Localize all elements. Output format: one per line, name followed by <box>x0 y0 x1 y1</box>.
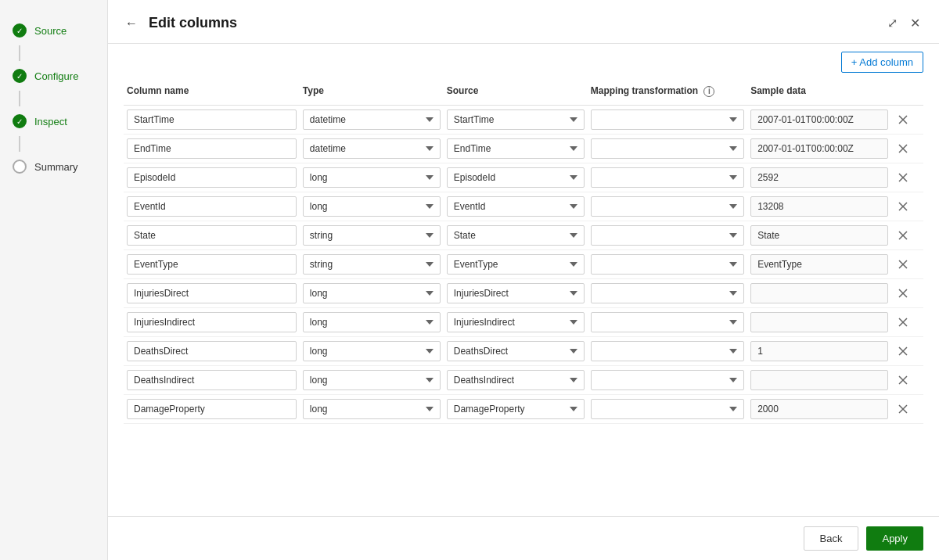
row-9-type-select[interactable]: datetimelongstringintdoublebooleanfloat <box>303 370 441 390</box>
table-container: Column name Type Source Mapping transfor… <box>108 81 939 516</box>
table-row: datetimelongstringintdoublebooleanfloatS… <box>124 336 923 365</box>
row-9-mapping-select[interactable] <box>591 370 744 390</box>
row-0-source-select[interactable]: StartTimeEndTimeEpisodeIdEventIdStateEve… <box>447 109 585 130</box>
table-row: datetimelongstringintdoublebooleanfloatS… <box>124 278 923 307</box>
toolbar: + Add column <box>108 44 939 81</box>
row-8-mapping-select[interactable] <box>591 341 744 361</box>
step-circle-configure: ✓ <box>13 69 27 83</box>
row-5-sample-input <box>750 254 888 275</box>
add-column-label: + Add column <box>851 56 913 68</box>
row-4-mapping-select[interactable] <box>591 225 744 246</box>
row-8-type-select[interactable]: datetimelongstringintdoublebooleanfloat <box>303 341 441 361</box>
row-2-mapping-select[interactable] <box>591 167 744 188</box>
row-9-source-select[interactable]: StartTimeEndTimeEpisodeIdEventIdStateEve… <box>447 370 585 390</box>
back-nav-button[interactable]: ← <box>124 15 139 32</box>
table-row: datetimelongstringintdoublebooleanfloatS… <box>124 105 923 134</box>
row-5-delete-button[interactable] <box>894 256 912 273</box>
mapping-info-icon: i <box>703 86 714 97</box>
table-row: datetimelongstringintdoublebooleanfloatS… <box>124 221 923 249</box>
step-circle-inspect: ✓ <box>13 114 27 128</box>
row-5-mapping-select[interactable] <box>591 254 744 275</box>
row-1-delete-button[interactable] <box>894 140 912 157</box>
row-5-name-input[interactable] <box>127 254 297 275</box>
main-panel: ← Edit columns ⤢ ✕ + Add column Column n… <box>108 0 939 560</box>
row-1-source-select[interactable]: StartTimeEndTimeEpisodeIdEventIdStateEve… <box>447 138 585 159</box>
row-3-source-select[interactable]: StartTimeEndTimeEpisodeIdEventIdStateEve… <box>447 196 585 217</box>
row-6-source-select[interactable]: StartTimeEndTimeEpisodeIdEventIdStateEve… <box>447 283 585 303</box>
step-circle-source: ✓ <box>13 23 27 38</box>
table-row: datetimelongstringintdoublebooleanfloatS… <box>124 134 923 163</box>
row-3-mapping-select[interactable] <box>591 196 744 217</box>
row-0-mapping-select[interactable] <box>591 109 744 130</box>
step-connector-2 <box>19 91 20 106</box>
row-7-source-select[interactable]: StartTimeEndTimeEpisodeIdEventIdStateEve… <box>447 312 585 332</box>
sidebar-item-summary-label: Summary <box>34 161 78 173</box>
sidebar-item-source[interactable]: ✓ Source <box>0 16 107 45</box>
th-sample: Sample data <box>747 81 891 105</box>
row-10-mapping-select[interactable] <box>591 399 744 419</box>
row-6-mapping-select[interactable] <box>591 283 744 303</box>
row-4-sample-input <box>750 225 888 246</box>
row-9-delete-button[interactable] <box>894 372 912 389</box>
back-button[interactable]: Back <box>804 526 859 551</box>
row-4-name-input[interactable] <box>127 225 297 246</box>
row-5-source-select[interactable]: StartTimeEndTimeEpisodeIdEventIdStateEve… <box>447 254 585 275</box>
page-title: Edit columns <box>149 15 875 31</box>
table-row: datetimelongstringintdoublebooleanfloatS… <box>124 163 923 192</box>
row-2-delete-button[interactable] <box>894 169 912 186</box>
row-4-delete-button[interactable] <box>894 227 912 244</box>
row-7-name-input[interactable] <box>127 312 297 332</box>
th-delete <box>891 81 923 105</box>
sidebar-item-configure[interactable]: ✓ Configure <box>0 61 107 91</box>
row-9-name-input[interactable] <box>127 370 297 390</box>
row-8-name-input[interactable] <box>127 341 297 361</box>
row-8-delete-button[interactable] <box>894 343 912 360</box>
row-7-type-select[interactable]: datetimelongstringintdoublebooleanfloat <box>303 312 441 332</box>
row-10-source-select[interactable]: StartTimeEndTimeEpisodeIdEventIdStateEve… <box>447 399 585 419</box>
row-2-source-select[interactable]: StartTimeEndTimeEpisodeIdEventIdStateEve… <box>447 167 585 188</box>
row-1-type-select[interactable]: datetimelongstringintdoublebooleanfloat <box>303 138 441 159</box>
row-10-type-select[interactable]: datetimelongstringintdoublebooleanfloat <box>303 399 441 419</box>
row-2-sample-input <box>750 167 888 188</box>
row-7-delete-button[interactable] <box>894 314 912 331</box>
row-1-mapping-select[interactable] <box>591 138 744 159</box>
row-6-name-input[interactable] <box>127 283 297 303</box>
row-0-type-select[interactable]: datetimelongstringintdoublebooleanfloat <box>303 109 441 130</box>
step-connector-3 <box>19 136 20 152</box>
row-7-mapping-select[interactable] <box>591 312 744 332</box>
row-1-sample-input <box>750 138 888 159</box>
row-2-type-select[interactable]: datetimelongstringintdoublebooleanfloat <box>303 167 441 188</box>
row-3-delete-button[interactable] <box>894 198 912 215</box>
sidebar-item-summary[interactable]: Summary <box>0 152 107 181</box>
apply-button[interactable]: Apply <box>866 526 923 551</box>
footer: Back Apply <box>108 516 939 560</box>
row-10-name-input[interactable] <box>127 399 297 419</box>
th-type: Type <box>300 81 444 105</box>
close-icon: ✕ <box>910 16 920 30</box>
row-1-name-input[interactable] <box>127 138 297 159</box>
sidebar-item-inspect-label: Inspect <box>34 116 67 127</box>
row-4-source-select[interactable]: StartTimeEndTimeEpisodeIdEventIdStateEve… <box>447 225 585 246</box>
row-0-delete-button[interactable] <box>894 111 912 128</box>
table-row: datetimelongstringintdoublebooleanfloatS… <box>124 249 923 278</box>
row-0-name-input[interactable] <box>127 109 297 130</box>
add-column-button[interactable]: + Add column <box>841 52 923 73</box>
row-6-delete-button[interactable] <box>894 285 912 302</box>
row-6-sample-input <box>750 283 888 303</box>
row-10-delete-button[interactable] <box>894 400 912 418</box>
row-0-sample-input <box>750 109 888 130</box>
row-2-name-input[interactable] <box>127 167 297 188</box>
sidebar-item-source-label: Source <box>34 25 67 37</box>
sidebar-item-configure-label: Configure <box>34 70 78 82</box>
close-button[interactable]: ✕ <box>907 13 923 34</box>
row-8-sample-input <box>750 341 888 361</box>
row-3-name-input[interactable] <box>127 196 297 217</box>
row-6-type-select[interactable]: datetimelongstringintdoublebooleanfloat <box>303 283 441 303</box>
row-9-sample-input <box>750 370 888 390</box>
sidebar-item-inspect[interactable]: ✓ Inspect <box>0 106 107 136</box>
row-3-type-select[interactable]: datetimelongstringintdoublebooleanfloat <box>303 196 441 217</box>
row-8-source-select[interactable]: StartTimeEndTimeEpisodeIdEventIdStateEve… <box>447 341 585 361</box>
row-4-type-select[interactable]: datetimelongstringintdoublebooleanfloat <box>303 225 441 246</box>
row-5-type-select[interactable]: datetimelongstringintdoublebooleanfloat <box>303 254 441 275</box>
expand-button[interactable]: ⤢ <box>884 13 901 34</box>
